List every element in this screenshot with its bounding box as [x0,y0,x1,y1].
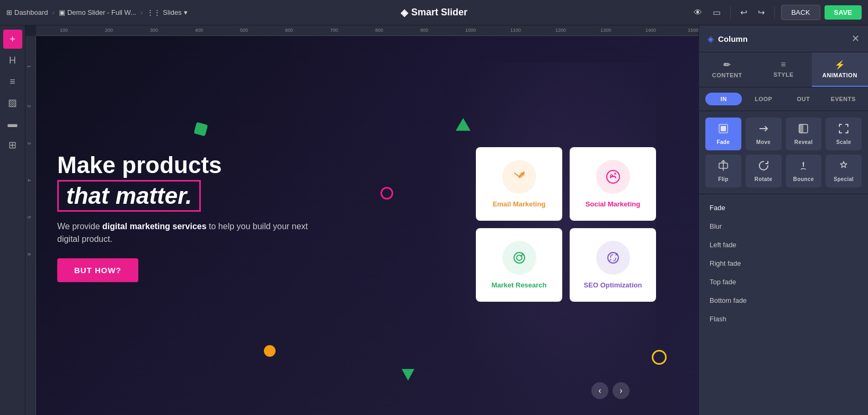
slide-canvas: Make products that matter. We provide di… [36,36,698,415]
scale-icon [838,123,849,137]
anim-scale[interactable]: Scale [826,118,862,150]
fade-options-list: Fade Blur Left fade Right fade Top fade … [699,194,868,415]
animation-type-grid: Fade Move Reveal Scale F [699,111,868,194]
social-marketing-label: Social Marketing [586,200,640,208]
reveal-icon [798,123,809,137]
anim-flip[interactable]: Flip [705,155,741,187]
left-text-area: Make products that matter. We provide di… [57,152,312,282]
subtab-events[interactable]: EVENTS [825,93,862,105]
anim-move[interactable]: Move [746,118,782,150]
fade-option-fade[interactable]: Fade [699,199,868,217]
special-icon [838,160,849,174]
topbar: ⊞ Dashboard › ▣ Demo Slider - Full W... … [0,0,868,25]
breadcrumb-dashboard[interactable]: ⊞ Dashboard [6,8,48,16]
service-cards-grid: Email Marketing Social Marketi [476,147,656,302]
redo-button[interactable]: ↪ [755,4,768,21]
dashboard-icon: ⊞ [6,8,12,16]
slide-content: Make products that matter. We provide di… [36,36,698,415]
subtab-in[interactable]: IN [705,93,742,105]
undo-button[interactable]: ↩ [737,4,750,21]
breadcrumb-sep-1: › [52,8,55,16]
breadcrumb: ⊞ Dashboard › ▣ Demo Slider - Full W... … [6,8,188,16]
nav-prev-button[interactable]: ‹ [591,382,608,399]
topbar-divider-2 [774,6,775,19]
anim-bounce[interactable]: Bounce [786,155,822,187]
text-button[interactable]: ≡ [3,72,22,91]
tab-style[interactable]: ≡ STYLE [755,52,811,87]
animation-icon: ⚡ [835,60,846,70]
nav-next-button[interactable]: › [613,382,630,399]
back-button[interactable]: BACK [781,5,820,20]
panel-main-tabs: ✏ CONTENT ≡ STYLE ⚡ ANIMATION [699,52,868,87]
seo-icon-circle [596,241,630,275]
card-market-research[interactable]: Market Research [476,228,562,302]
anim-reveal[interactable]: Reveal [786,118,822,150]
chevron-down-icon: ▾ [184,8,188,16]
fade-option-bottom-fade[interactable]: Bottom fade [699,291,868,310]
card-seo-optimization[interactable]: SEO Optimization [570,228,656,302]
market-research-label: Market Research [491,281,546,289]
card-email-marketing[interactable]: Email Marketing [476,147,562,221]
social-icon-circle [596,160,630,194]
fade-option-right-fade[interactable]: Right fade [699,254,868,273]
style-icon: ≡ [781,60,786,69]
svg-rect-6 [721,126,726,131]
move-icon [758,123,769,137]
image-button[interactable]: ▨ [3,93,22,112]
flip-icon [718,160,729,174]
anim-fade[interactable]: Fade [705,118,741,150]
breadcrumb-slider[interactable]: ▣ Demo Slider - Full W... [59,8,136,16]
card-social-marketing[interactable]: Social Marketing [570,147,656,221]
subtab-out[interactable]: OUT [785,93,822,105]
heading-button[interactable]: H [3,51,22,70]
market-icon-circle [502,241,536,275]
headline-top: Make products [57,152,312,178]
panel-icon: ◈ [707,34,714,44]
svg-point-1 [610,175,613,177]
columns-button[interactable]: ⊞ [3,136,22,155]
topbar-divider [730,6,731,19]
panel-close-button[interactable]: ✕ [852,33,860,44]
fade-option-top-fade[interactable]: Top fade [699,273,868,291]
svg-rect-8 [799,124,803,133]
animation-subtabs: IN LOOP OUT EVENTS [699,87,868,111]
preview-button[interactable]: 👁 [690,5,705,21]
right-panel: ◈ Column ✕ ✏ CONTENT ≡ STYLE ⚡ ANIMATION… [698,25,868,415]
slide-subtitle: We provide digital marketing services to… [57,220,312,246]
save-button[interactable]: SAVE [825,5,862,20]
fade-option-blur[interactable]: Blur [699,217,868,236]
headline-box: that matter. [57,180,201,212]
logo-icon: ◈ [401,7,408,19]
horizontal-ruler: 100 200 300 400 500 600 700 800 900 1000… [36,25,698,36]
topbar-actions: 👁 ▭ ↩ ↪ BACK SAVE [690,4,862,21]
bounce-icon [798,160,809,174]
seo-optimization-label: SEO Optimization [584,281,642,289]
rotate-icon [758,160,769,174]
slide-background: Make products that matter. We provide di… [36,36,698,415]
canvas-area: 1 2 3 4 5 6 Make produ [25,36,698,415]
panel-header: ◈ Column ✕ [699,25,868,52]
left-sidebar: + H ≡ ▨ ▬ ⊞ [0,25,25,415]
divider-button[interactable]: ▬ [3,114,22,133]
cta-button[interactable]: BUT HOW? [57,258,138,282]
app-logo: ◈ Smart Slider [401,7,467,19]
slides-icon: ⋮⋮ [147,8,161,16]
tab-animation[interactable]: ⚡ ANIMATION [812,52,868,87]
vertical-ruler: 1 2 3 4 5 6 [25,36,36,415]
fade-option-left-fade[interactable]: Left fade [699,236,868,254]
breadcrumb-slides[interactable]: ⋮⋮ Slides ▾ [147,8,187,16]
email-marketing-label: Email Marketing [493,200,546,208]
fade-option-flash[interactable]: Flash [699,310,868,328]
monitor-button[interactable]: ▭ [710,4,724,21]
tab-content[interactable]: ✏ CONTENT [699,52,755,87]
slider-icon: ▣ [59,8,65,16]
breadcrumb-sep-2: › [140,8,143,16]
app-name: Smart Slider [411,7,467,18]
subtab-loop[interactable]: LOOP [745,93,782,105]
fade-icon [718,123,729,137]
add-element-button[interactable]: + [3,30,22,49]
content-icon: ✏ [723,60,731,70]
anim-special[interactable]: Special [826,155,862,187]
anim-rotate[interactable]: Rotate [746,155,782,187]
panel-title: Column [718,34,748,43]
